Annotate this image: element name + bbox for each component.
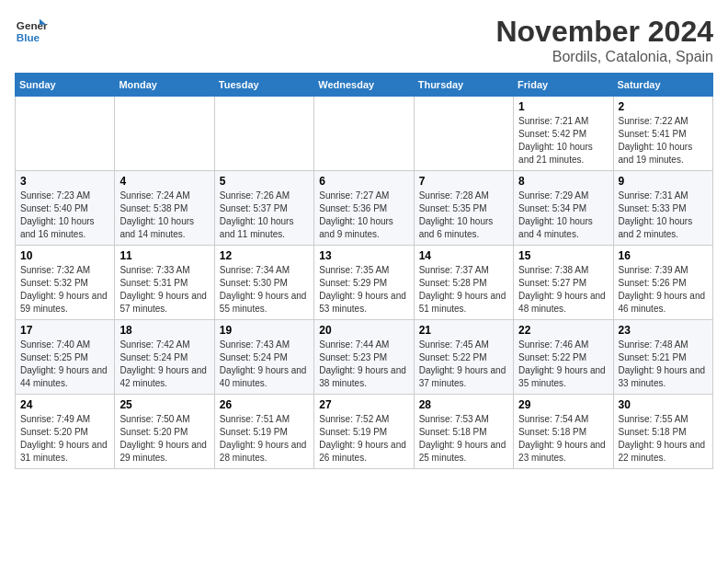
col-thursday: Thursday — [414, 74, 513, 97]
calendar-week-5: 24Sunrise: 7:49 AM Sunset: 5:20 PM Dayli… — [16, 395, 713, 469]
day-info: Sunrise: 7:37 AM Sunset: 5:28 PM Dayligh… — [419, 264, 508, 316]
day-number: 23 — [619, 324, 708, 337]
day-info: Sunrise: 7:31 AM Sunset: 5:33 PM Dayligh… — [619, 190, 708, 241]
page-header: General Blue November 2024 Bordils, Cata… — [15, 15, 713, 65]
calendar-week-3: 10Sunrise: 7:32 AM Sunset: 5:32 PM Dayli… — [16, 246, 713, 320]
day-number: 27 — [319, 398, 408, 411]
day-number: 8 — [518, 175, 608, 188]
calendar-cell: 12Sunrise: 7:34 AM Sunset: 5:30 PM Dayli… — [214, 246, 313, 320]
day-number: 2 — [619, 100, 708, 113]
day-info: Sunrise: 7:53 AM Sunset: 5:18 PM Dayligh… — [419, 413, 508, 465]
calendar-cell: 30Sunrise: 7:55 AM Sunset: 5:18 PM Dayli… — [613, 395, 712, 469]
day-number: 25 — [119, 398, 209, 411]
calendar-table: Sunday Monday Tuesday Wednesday Thursday… — [15, 73, 713, 469]
calendar-cell: 4Sunrise: 7:24 AM Sunset: 5:38 PM Daylig… — [115, 171, 214, 246]
day-info: Sunrise: 7:52 AM Sunset: 5:19 PM Dayligh… — [319, 413, 408, 465]
day-number: 26 — [220, 398, 309, 411]
calendar-cell: 16Sunrise: 7:39 AM Sunset: 5:26 PM Dayli… — [613, 246, 712, 320]
day-number: 17 — [20, 324, 109, 337]
day-number: 29 — [518, 398, 608, 411]
day-info: Sunrise: 7:43 AM Sunset: 5:24 PM Dayligh… — [220, 339, 309, 390]
day-info: Sunrise: 7:22 AM Sunset: 5:41 PM Dayligh… — [619, 115, 708, 167]
day-number: 16 — [619, 249, 708, 262]
location-title: Bordils, Catalonia, Spain — [495, 49, 713, 65]
day-info: Sunrise: 7:32 AM Sunset: 5:32 PM Dayligh… — [20, 264, 109, 316]
calendar-week-4: 17Sunrise: 7:40 AM Sunset: 5:25 PM Dayli… — [16, 320, 713, 395]
day-info: Sunrise: 7:33 AM Sunset: 5:31 PM Dayligh… — [119, 264, 209, 316]
day-number: 28 — [419, 398, 508, 411]
logo: General Blue — [15, 15, 48, 48]
calendar-cell — [16, 97, 115, 171]
day-number: 12 — [220, 249, 309, 262]
calendar-week-2: 3Sunrise: 7:23 AM Sunset: 5:40 PM Daylig… — [16, 171, 713, 246]
day-info: Sunrise: 7:55 AM Sunset: 5:18 PM Dayligh… — [619, 413, 708, 465]
calendar-cell: 17Sunrise: 7:40 AM Sunset: 5:25 PM Dayli… — [16, 320, 115, 395]
day-number: 30 — [619, 398, 708, 411]
calendar-cell — [115, 97, 214, 171]
col-friday: Friday — [514, 74, 613, 97]
day-number: 6 — [319, 175, 408, 188]
calendar-cell: 27Sunrise: 7:52 AM Sunset: 5:19 PM Dayli… — [314, 395, 414, 469]
col-monday: Monday — [115, 74, 214, 97]
day-info: Sunrise: 7:46 AM Sunset: 5:22 PM Dayligh… — [518, 339, 608, 390]
calendar-cell: 25Sunrise: 7:50 AM Sunset: 5:20 PM Dayli… — [115, 395, 214, 469]
calendar-cell — [314, 97, 414, 171]
day-info: Sunrise: 7:42 AM Sunset: 5:24 PM Dayligh… — [119, 339, 209, 390]
calendar-cell — [214, 97, 313, 171]
calendar-cell — [414, 97, 513, 171]
col-wednesday: Wednesday — [314, 74, 414, 97]
day-info: Sunrise: 7:40 AM Sunset: 5:25 PM Dayligh… — [20, 339, 109, 390]
day-info: Sunrise: 7:54 AM Sunset: 5:18 PM Dayligh… — [518, 413, 608, 465]
day-info: Sunrise: 7:28 AM Sunset: 5:35 PM Dayligh… — [419, 190, 508, 241]
calendar-cell: 26Sunrise: 7:51 AM Sunset: 5:19 PM Dayli… — [214, 395, 313, 469]
logo-icon: General Blue — [15, 15, 48, 48]
day-number: 3 — [20, 175, 109, 188]
calendar-cell: 1Sunrise: 7:21 AM Sunset: 5:42 PM Daylig… — [514, 97, 613, 171]
calendar-cell: 14Sunrise: 7:37 AM Sunset: 5:28 PM Dayli… — [414, 246, 513, 320]
calendar-cell: 9Sunrise: 7:31 AM Sunset: 5:33 PM Daylig… — [613, 171, 712, 246]
svg-text:General: General — [17, 19, 48, 31]
day-number: 24 — [20, 398, 109, 411]
calendar-cell: 5Sunrise: 7:26 AM Sunset: 5:37 PM Daylig… — [214, 171, 313, 246]
calendar-cell: 19Sunrise: 7:43 AM Sunset: 5:24 PM Dayli… — [214, 320, 313, 395]
calendar-cell: 18Sunrise: 7:42 AM Sunset: 5:24 PM Dayli… — [115, 320, 214, 395]
day-number: 1 — [518, 100, 608, 113]
calendar-cell: 20Sunrise: 7:44 AM Sunset: 5:23 PM Dayli… — [314, 320, 414, 395]
day-info: Sunrise: 7:24 AM Sunset: 5:38 PM Dayligh… — [119, 190, 209, 241]
calendar-cell: 23Sunrise: 7:48 AM Sunset: 5:21 PM Dayli… — [613, 320, 712, 395]
calendar-cell: 3Sunrise: 7:23 AM Sunset: 5:40 PM Daylig… — [16, 171, 115, 246]
day-number: 4 — [119, 175, 209, 188]
day-info: Sunrise: 7:49 AM Sunset: 5:20 PM Dayligh… — [20, 413, 109, 465]
calendar-week-1: 1Sunrise: 7:21 AM Sunset: 5:42 PM Daylig… — [16, 97, 713, 171]
calendar-cell: 28Sunrise: 7:53 AM Sunset: 5:18 PM Dayli… — [414, 395, 513, 469]
day-info: Sunrise: 7:34 AM Sunset: 5:30 PM Dayligh… — [220, 264, 309, 316]
day-info: Sunrise: 7:50 AM Sunset: 5:20 PM Dayligh… — [119, 413, 209, 465]
day-number: 13 — [319, 249, 408, 262]
day-info: Sunrise: 7:48 AM Sunset: 5:21 PM Dayligh… — [619, 339, 708, 390]
calendar-cell: 13Sunrise: 7:35 AM Sunset: 5:29 PM Dayli… — [314, 246, 414, 320]
calendar-cell: 22Sunrise: 7:46 AM Sunset: 5:22 PM Dayli… — [514, 320, 613, 395]
title-area: November 2024 Bordils, Catalonia, Spain — [495, 15, 713, 65]
day-info: Sunrise: 7:35 AM Sunset: 5:29 PM Dayligh… — [319, 264, 408, 316]
calendar-cell: 21Sunrise: 7:45 AM Sunset: 5:22 PM Dayli… — [414, 320, 513, 395]
calendar-cell: 10Sunrise: 7:32 AM Sunset: 5:32 PM Dayli… — [16, 246, 115, 320]
calendar-cell: 7Sunrise: 7:28 AM Sunset: 5:35 PM Daylig… — [414, 171, 513, 246]
calendar-header-row: Sunday Monday Tuesday Wednesday Thursday… — [16, 74, 713, 97]
day-number: 20 — [319, 324, 408, 337]
day-number: 22 — [518, 324, 608, 337]
day-info: Sunrise: 7:23 AM Sunset: 5:40 PM Dayligh… — [20, 190, 109, 241]
calendar-cell: 2Sunrise: 7:22 AM Sunset: 5:41 PM Daylig… — [613, 97, 712, 171]
day-number: 14 — [419, 249, 508, 262]
day-info: Sunrise: 7:38 AM Sunset: 5:27 PM Dayligh… — [518, 264, 608, 316]
svg-text:Blue: Blue — [17, 31, 40, 43]
day-number: 21 — [419, 324, 508, 337]
day-info: Sunrise: 7:39 AM Sunset: 5:26 PM Dayligh… — [619, 264, 708, 316]
calendar-cell: 11Sunrise: 7:33 AM Sunset: 5:31 PM Dayli… — [115, 246, 214, 320]
calendar-cell: 29Sunrise: 7:54 AM Sunset: 5:18 PM Dayli… — [514, 395, 613, 469]
day-number: 18 — [119, 324, 209, 337]
day-number: 10 — [20, 249, 109, 262]
col-tuesday: Tuesday — [214, 74, 313, 97]
day-info: Sunrise: 7:27 AM Sunset: 5:36 PM Dayligh… — [319, 190, 408, 241]
day-info: Sunrise: 7:29 AM Sunset: 5:34 PM Dayligh… — [518, 190, 608, 241]
day-number: 5 — [220, 175, 309, 188]
